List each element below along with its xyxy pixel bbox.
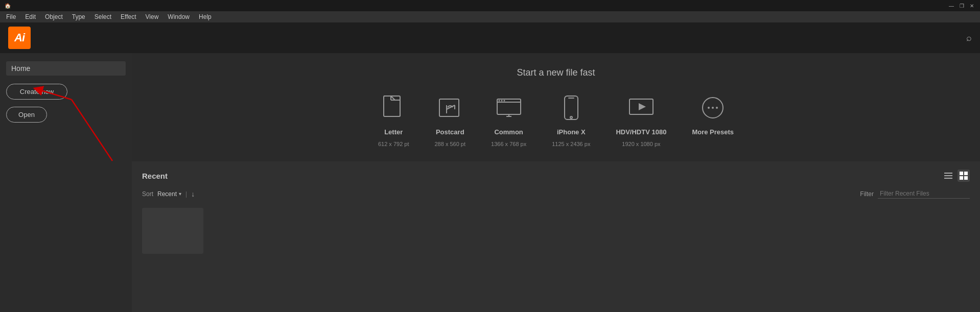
preset-iphone-name: iPhone X — [557, 128, 586, 136]
svg-rect-23 — [944, 175, 952, 176]
preset-common-size: 1366 x 768 px — [491, 141, 526, 147]
sidebar: Home Create new Open — [0, 53, 132, 312]
preset-hdtv[interactable]: HDV/HDTV 1080 1920 x 1080 px — [616, 92, 666, 147]
menu-help[interactable]: Help — [195, 12, 216, 21]
search-icon[interactable]: ⌕ — [966, 33, 972, 43]
menu-select[interactable]: Select — [90, 12, 115, 21]
grid-view-button[interactable] — [958, 170, 970, 182]
menu-type[interactable]: Type — [68, 12, 89, 21]
recent-header: Recent — [142, 170, 970, 182]
preset-iphone[interactable]: iPhone X 1125 x 2436 px — [552, 92, 590, 147]
close-button[interactable]: ✕ — [968, 2, 976, 10]
svg-rect-0 — [384, 96, 400, 116]
filter-input[interactable] — [878, 189, 970, 199]
menu-bar: File Edit Object Type Select Effect View… — [0, 11, 980, 22]
app-header: Ai ⌕ — [0, 22, 980, 53]
sort-chevron-icon: ▾ — [179, 191, 181, 197]
preset-more[interactable]: More Presets — [692, 92, 734, 141]
preset-common-name: Common — [494, 128, 523, 136]
title-bar-icons: 🏠 — [4, 2, 11, 9]
postcard-icon — [435, 92, 465, 123]
home-icon[interactable]: 🏠 — [4, 2, 11, 9]
list-view-button[interactable] — [942, 170, 954, 182]
preset-iphone-size: 1125 x 2436 px — [552, 141, 590, 147]
svg-rect-7 — [497, 99, 521, 114]
ai-logo: Ai — [8, 27, 31, 49]
thumbnails-row — [142, 206, 970, 256]
svg-point-11 — [503, 100, 505, 102]
svg-point-10 — [501, 100, 502, 102]
svg-point-15 — [570, 116, 572, 118]
preset-letter[interactable]: Letter 612 x 792 pt — [378, 92, 409, 147]
menu-effect[interactable]: Effect — [116, 12, 140, 21]
preset-hdtv-size: 1920 x 1080 px — [622, 141, 660, 147]
preset-common[interactable]: Common 1366 x 768 px — [491, 92, 526, 147]
menu-view[interactable]: View — [142, 12, 163, 21]
svg-point-9 — [498, 100, 500, 102]
minimize-button[interactable]: — — [947, 2, 955, 10]
svg-rect-26 — [964, 172, 968, 175]
svg-rect-22 — [944, 173, 952, 174]
sort-row: Sort Recent ▾ | ↓ Filter — [142, 189, 970, 199]
main-layout: Home Create new Open Start a new file fa… — [0, 53, 980, 312]
svg-rect-28 — [964, 176, 968, 180]
svg-point-19 — [708, 107, 710, 109]
title-bar-left: 🏠 — [4, 2, 11, 9]
title-bar-right: — ❐ ✕ — [947, 2, 976, 10]
preset-letter-name: Letter — [384, 128, 403, 136]
filter-label: Filter — [860, 190, 874, 198]
presets-row: Letter 612 x 792 pt Postcard — [378, 92, 734, 147]
svg-rect-25 — [960, 172, 963, 175]
menu-window[interactable]: Window — [164, 12, 194, 21]
svg-point-20 — [712, 107, 714, 109]
common-icon — [494, 92, 524, 123]
preset-letter-size: 612 x 792 pt — [378, 141, 409, 147]
preset-more-name: More Presets — [692, 128, 734, 136]
preset-hdtv-name: HDV/HDTV 1080 — [616, 128, 666, 136]
svg-rect-27 — [960, 176, 963, 180]
sort-divider: | — [185, 190, 187, 198]
filter-area: Filter — [860, 189, 970, 199]
iphone-icon — [556, 92, 587, 123]
svg-marker-17 — [639, 103, 646, 110]
menu-edit[interactable]: Edit — [21, 12, 40, 21]
sort-select[interactable]: Recent ▾ — [157, 190, 181, 198]
new-file-section: Start a new file fast Letter 612 x 792 p… — [132, 53, 980, 161]
svg-point-21 — [716, 107, 718, 109]
more-icon — [697, 92, 728, 123]
recent-title: Recent — [142, 172, 168, 180]
letter-icon — [378, 92, 409, 123]
content-area: Start a new file fast Letter 612 x 792 p… — [132, 53, 980, 312]
preset-postcard-name: Postcard — [436, 128, 464, 136]
svg-rect-24 — [944, 178, 952, 179]
new-file-title: Start a new file fast — [517, 67, 595, 78]
sort-label: Sort — [142, 190, 153, 198]
restore-button[interactable]: ❐ — [958, 2, 966, 10]
home-label: Home — [6, 61, 126, 76]
sort-ascending-button[interactable]: ↓ — [191, 190, 195, 198]
hdtv-icon — [626, 92, 657, 123]
create-new-button[interactable]: Create new — [6, 84, 67, 100]
recent-section: Recent — [132, 161, 980, 264]
menu-object[interactable]: Object — [41, 12, 67, 21]
menu-file[interactable]: File — [2, 12, 20, 21]
open-button[interactable]: Open — [6, 107, 47, 123]
title-bar: 🏠 — ❐ ✕ — [0, 0, 980, 11]
preset-postcard-size: 288 x 560 pt — [435, 141, 466, 147]
recent-file-thumbnail-1[interactable] — [142, 208, 203, 254]
view-toggle — [942, 170, 970, 182]
preset-postcard[interactable]: Postcard 288 x 560 pt — [435, 92, 466, 147]
